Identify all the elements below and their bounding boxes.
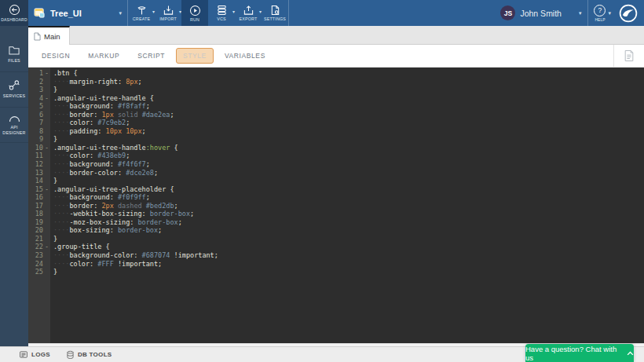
menu-item-label: IMPORT <box>159 16 177 21</box>
line-number: 8 <box>28 127 43 136</box>
token: .angular-ui-tree-handle <box>53 144 146 152</box>
token: border-box <box>150 210 190 218</box>
indent-whitespace: ···· <box>53 169 69 177</box>
readme-button[interactable] <box>613 45 644 67</box>
code-editor[interactable]: 1-.btn {2····margin-right: 8px;3}4-.angu… <box>28 68 644 343</box>
token: .group-title { <box>53 243 110 250</box>
sidebar-item-dashboard[interactable]: DASHBOARD <box>0 0 28 26</box>
token: ; <box>142 127 146 135</box>
token: color: <box>69 119 97 126</box>
topbar-menu: CREATE▾IMPORT▾RUNVCS▾EXPORT▾SETTINGS <box>128 0 289 26</box>
menu-item-vcs[interactable]: VCS▾ <box>208 0 235 26</box>
subtab-design[interactable]: DESIGN <box>35 48 77 64</box>
subtab-markup[interactable]: MARKUP <box>81 48 126 64</box>
fold-gutter <box>43 218 50 227</box>
line-number: 17 <box>28 202 43 210</box>
line-number: 2 <box>28 78 43 86</box>
fold-toggle-icon[interactable]: - <box>43 243 50 251</box>
token: -moz-box-sizing: <box>69 218 137 226</box>
bottombar-item-db-tools[interactable]: DB TOOLS <box>66 350 112 360</box>
code-line: 14} <box>28 177 644 185</box>
sidebar-item-api-designer[interactable]: API DESIGNER <box>0 108 28 143</box>
line-number: 5 <box>28 102 43 111</box>
code-line: 10-.angular-ui-tree-handle:hover { <box>28 144 644 152</box>
subtab-style[interactable]: STYLE <box>176 48 214 64</box>
dashboard-label: DASHBOARD <box>1 17 27 22</box>
fold-gutter <box>43 169 50 177</box>
token: #f4f6f7 <box>118 160 146 168</box>
help-menu[interactable]: ? HELP ▾ <box>587 0 617 26</box>
fold-gutter <box>43 177 50 185</box>
indent-whitespace: ···· <box>53 152 69 159</box>
token: } <box>53 268 57 276</box>
caret-down-icon: ▾ <box>608 10 611 16</box>
sidebar-item-files[interactable]: FILES <box>0 37 28 72</box>
bottombar-item-logs[interactable]: LOGS <box>19 350 50 359</box>
subtab-variables[interactable]: VARIABLES <box>218 48 273 64</box>
menu-item-settings[interactable]: SETTINGS <box>262 0 288 26</box>
project-selector[interactable]: Tree_UI ▾ <box>28 0 128 26</box>
user-menu[interactable]: JS John Smith ▾ <box>494 0 587 26</box>
indent-whitespace: ···· <box>53 260 69 268</box>
token: ; <box>174 202 178 210</box>
indent-whitespace: ···· <box>53 102 69 110</box>
menu-item-import[interactable]: IMPORT▾ <box>155 0 181 26</box>
api-arc-icon <box>8 114 21 122</box>
question-icon: ? <box>594 5 606 16</box>
code-line: 24····color: #FFF !important; <box>28 260 644 269</box>
code-line: 7····color: #7c9eb2; <box>28 119 644 127</box>
bottombar-item-label: DB TOOLS <box>78 351 112 358</box>
fold-toggle-icon[interactable]: - <box>43 69 50 78</box>
chat-label: Have a question? Chat with us <box>525 345 620 362</box>
tab-main[interactable]: Main <box>28 26 70 45</box>
menu-item-label: VCS <box>217 16 226 21</box>
indent-whitespace: ···· <box>53 226 69 234</box>
topbar-spacer <box>289 0 494 26</box>
token: #dae2ea <box>142 111 170 119</box>
code-text: } <box>50 235 57 243</box>
back-arrow-icon <box>9 4 20 16</box>
token: #438eb9 <box>97 152 126 159</box>
code-line: 19····-moz-box-sizing: border-box; <box>28 218 644 227</box>
sidebar: FILESSERVICESAPI DESIGNER <box>0 26 28 346</box>
token: border: <box>69 111 101 119</box>
line-number: 7 <box>28 119 43 127</box>
sidebar-item-services[interactable]: SERVICES <box>0 72 28 108</box>
subtab-script[interactable]: SCRIPT <box>130 48 172 64</box>
menu-item-run[interactable]: RUN <box>181 0 208 26</box>
fold-toggle-icon[interactable]: - <box>43 94 50 103</box>
line-number: 22 <box>28 243 43 251</box>
line-number: 19 <box>28 218 43 227</box>
fold-toggle-icon[interactable]: - <box>43 185 50 194</box>
menu-item-export[interactable]: EXPORT▾ <box>235 0 262 26</box>
code-line: 1-.btn { <box>28 69 644 78</box>
export-icon <box>243 5 254 16</box>
token: .angular-ui-tree-placeholder { <box>53 185 174 193</box>
fold-toggle-icon[interactable]: - <box>43 144 50 152</box>
token: .btn { <box>53 69 78 77</box>
code-line: 23····background-color: #687074 !importa… <box>28 251 644 260</box>
token: .angular-ui-tree-handle { <box>53 94 154 102</box>
token: ; <box>126 152 130 159</box>
code-text: ····background-color: #687074 !important… <box>50 251 218 260</box>
code-line: 25} <box>28 268 644 276</box>
help-label: HELP <box>595 17 605 22</box>
code-line: 15-.angular-ui-tree-placeholder { <box>28 185 644 194</box>
chat-widget[interactable]: Have a question? Chat with us <box>525 344 634 362</box>
code-line: 17····border: 2px dashed #bed2db; <box>28 202 644 210</box>
user-name: John Smith <box>520 9 562 18</box>
line-number: 1 <box>28 69 43 78</box>
project-name: Tree_UI <box>50 9 82 18</box>
code-line: 21} <box>28 235 644 243</box>
fold-gutter <box>43 260 50 269</box>
indent-whitespace: ···· <box>53 202 69 210</box>
menu-item-create[interactable]: CREATE▾ <box>128 0 155 26</box>
token: } <box>53 235 57 243</box>
code-text: .group-title { <box>50 243 110 251</box>
services-icon <box>8 79 20 91</box>
wave-logo-icon <box>619 4 638 23</box>
menu-item-label: CREATE <box>133 16 150 21</box>
token: 10px 10px <box>106 127 142 135</box>
line-number: 15 <box>28 185 43 194</box>
code-text: ····border-color: #dce2e8; <box>50 169 158 177</box>
